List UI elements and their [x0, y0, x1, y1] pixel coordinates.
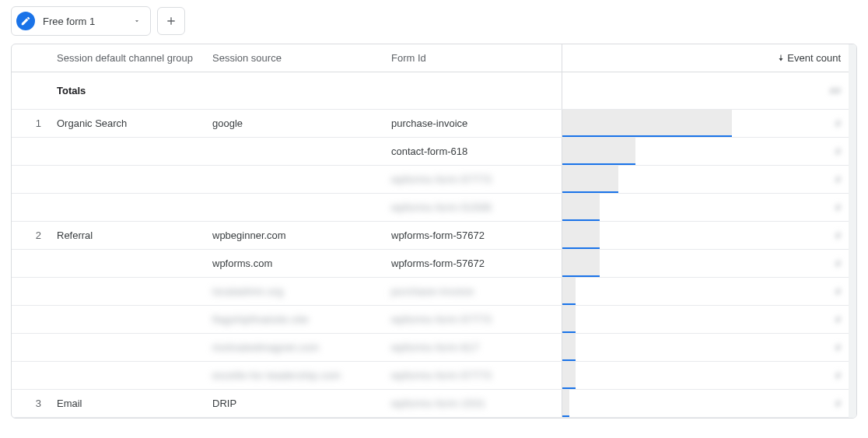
row-bar: [562, 334, 732, 361]
row-source: [205, 194, 383, 221]
table-row[interactable]: excelle-for-leadership.comwpforms-form-5…: [12, 362, 849, 390]
row-form-id: contact-form-618: [383, 138, 562, 165]
header-event-label: Event count: [787, 52, 841, 64]
row-event-value: #: [732, 110, 849, 137]
row-channel: [49, 194, 205, 221]
row-source: [205, 138, 383, 165]
data-table: Session default channel group Session so…: [12, 44, 849, 418]
row-bar: [562, 110, 732, 137]
table-row[interactable]: localadmin.orgpurchase-invoice#: [12, 278, 849, 306]
row-form-id: wpforms-form-57773: [383, 306, 562, 333]
row-source: excelle-for-leadership.com: [205, 362, 383, 389]
row-form-id: wpforms-form-57773: [383, 166, 562, 193]
row-source: google: [205, 110, 383, 137]
row-channel: [49, 334, 205, 361]
row-form-id: wpforms-form-1531: [383, 390, 562, 417]
row-channel: Email: [49, 390, 205, 417]
row-channel: [49, 278, 205, 305]
row-source: DRIP: [205, 390, 383, 417]
row-index: [12, 194, 49, 221]
row-channel: [49, 250, 205, 277]
header-channel[interactable]: Session default channel group: [49, 44, 205, 72]
row-source: [205, 166, 383, 193]
sort-down-icon: [776, 54, 786, 63]
row-event-value: #: [732, 278, 849, 305]
row-source: wpforms.com: [205, 250, 383, 277]
row-bar: [562, 362, 732, 389]
table-row[interactable]: 1Organic Searchgooglepurchase-invoice#: [12, 110, 849, 138]
row-bar: [562, 194, 732, 221]
row-source: flagshipfinalsite.site: [205, 306, 383, 333]
row-bar: [562, 390, 732, 417]
row-source: localadmin.org: [205, 278, 383, 305]
row-form-id: wpforms-form-617: [383, 334, 562, 361]
row-index: [12, 250, 49, 277]
row-index: [12, 138, 49, 165]
row-form-id: wpforms-form-57672: [383, 222, 562, 249]
row-bar: [562, 138, 732, 165]
table-row[interactable]: wpforms-form-57773#: [12, 166, 849, 194]
row-channel: [49, 138, 205, 165]
totals-row: Totals ##: [12, 72, 849, 110]
row-event-value: #: [732, 306, 849, 333]
row-channel: Referral: [49, 222, 205, 249]
row-event-value: #: [732, 138, 849, 165]
table-row[interactable]: wpforms-form-51506#: [12, 194, 849, 222]
row-event-value: #: [732, 194, 849, 221]
row-index: [12, 334, 49, 361]
row-form-id: purchase-invoice: [383, 278, 562, 305]
table-row[interactable]: contact-form-618#: [12, 138, 849, 166]
header-bar: [562, 44, 732, 72]
row-form-id: wpforms-form-57672: [383, 250, 562, 277]
add-tab-button[interactable]: [157, 7, 185, 35]
table-header-row: Session default channel group Session so…: [12, 44, 849, 72]
row-event-value: #: [732, 362, 849, 389]
report-frame: Session default channel group Session so…: [11, 44, 857, 419]
header-source[interactable]: Session source: [205, 44, 383, 72]
row-event-value: #: [732, 222, 849, 249]
row-source: wpbeginner.com: [205, 222, 383, 249]
totals-event-value: ##: [732, 72, 849, 109]
header-form[interactable]: Form Id: [383, 44, 562, 72]
vertical-scrollbar[interactable]: [849, 44, 856, 418]
row-event-value: #: [732, 390, 849, 417]
table-row[interactable]: 3EmailDRIPwpforms-form-1531#: [12, 390, 849, 418]
row-form-id: wpforms-form-57773: [383, 362, 562, 389]
row-channel: [49, 166, 205, 193]
row-index: 3: [12, 390, 49, 417]
tab-bar: Free form 1: [0, 0, 868, 44]
row-bar: [562, 166, 732, 193]
row-form-id: purchase-invoice: [383, 110, 562, 137]
row-index: [12, 306, 49, 333]
row-event-value: #: [732, 166, 849, 193]
row-channel: [49, 362, 205, 389]
table-row[interactable]: 2Referralwpbeginner.comwpforms-form-5767…: [12, 222, 849, 250]
row-event-value: #: [732, 250, 849, 277]
chevron-down-icon[interactable]: [133, 16, 141, 27]
row-index: [12, 278, 49, 305]
row-index: [12, 362, 49, 389]
row-form-id: wpforms-form-51506: [383, 194, 562, 221]
report-tab[interactable]: Free form 1: [11, 6, 151, 36]
row-index: 1: [12, 110, 49, 137]
row-channel: Organic Search: [49, 110, 205, 137]
row-bar: [562, 278, 732, 305]
row-bar: [562, 222, 732, 249]
report-tab-label: Free form 1: [43, 16, 125, 27]
row-index: [12, 166, 49, 193]
header-index: [12, 44, 49, 72]
row-source: motivatedmagnet.com: [205, 334, 383, 361]
row-event-value: #: [732, 334, 849, 361]
row-bar: [562, 306, 732, 333]
edit-icon: [16, 12, 35, 30]
row-bar: [562, 250, 732, 277]
row-index: 2: [12, 222, 49, 249]
table-body: 1Organic Searchgooglepurchase-invoice#co…: [12, 110, 849, 418]
totals-index: [12, 72, 49, 109]
header-event[interactable]: Event count: [732, 44, 849, 72]
table-row[interactable]: motivatedmagnet.comwpforms-form-617#: [12, 334, 849, 362]
table-row[interactable]: wpforms.comwpforms-form-57672#: [12, 250, 849, 278]
table-row[interactable]: flagshipfinalsite.sitewpforms-form-57773…: [12, 306, 849, 334]
row-channel: [49, 306, 205, 333]
totals-label: Totals: [49, 72, 205, 109]
